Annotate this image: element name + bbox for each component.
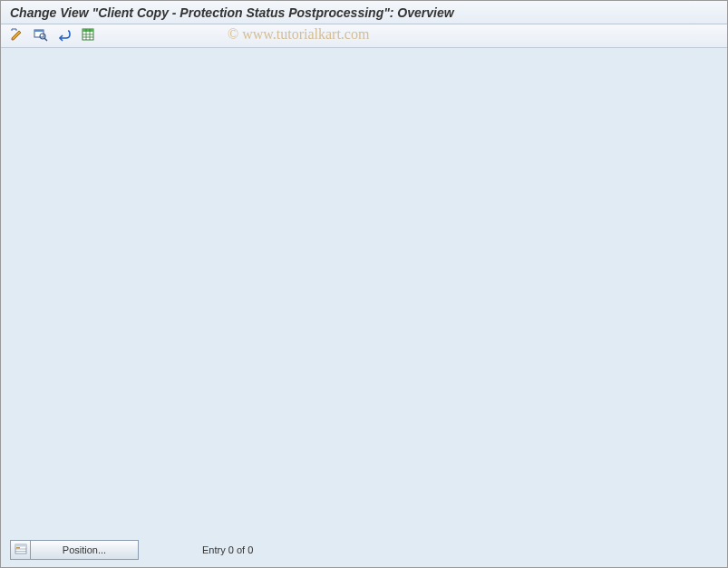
svg-rect-11 (15, 544, 26, 547)
position-icon-button[interactable] (10, 540, 30, 560)
svg-rect-1 (34, 30, 44, 32)
svg-rect-5 (83, 29, 93, 32)
svg-rect-14 (16, 547, 20, 549)
position-button[interactable]: Position... (30, 540, 139, 560)
content-area: Position... Entry 0 of 0 (1, 48, 727, 567)
toolbar (1, 24, 727, 48)
position-cursor-icon (15, 543, 27, 558)
page-title: Change View "Client Copy - Protection St… (10, 5, 454, 20)
undo-button[interactable] (55, 27, 73, 45)
undo-arrow-icon (57, 27, 72, 44)
entry-count-text: Entry 0 of 0 (202, 544, 253, 555)
toggle-display-change-button[interactable] (8, 27, 26, 45)
position-button-group: Position... (10, 540, 139, 560)
pencil-glasses-icon (10, 27, 24, 44)
table-grid-icon (81, 27, 95, 44)
find-icon (34, 27, 48, 44)
bottom-bar: Position... Entry 0 of 0 (10, 540, 253, 560)
title-bar: Change View "Client Copy - Protection St… (1, 1, 727, 24)
find-button[interactable] (32, 27, 50, 45)
svg-line-3 (44, 38, 47, 41)
select-all-button[interactable] (79, 27, 97, 45)
